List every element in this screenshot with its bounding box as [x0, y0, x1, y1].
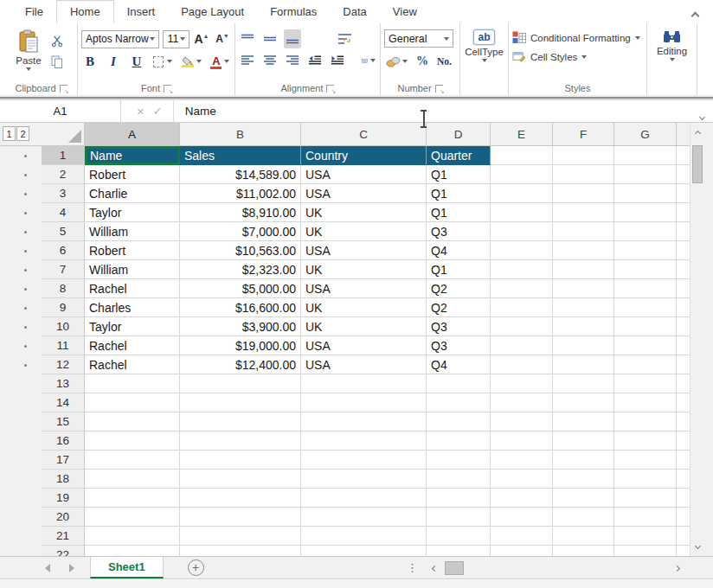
cell-A18[interactable]: [85, 470, 180, 489]
cell-G5[interactable]: [614, 222, 677, 241]
scroll-right-icon[interactable]: [668, 559, 685, 577]
row-header-12[interactable]: 12: [42, 355, 85, 374]
cell-G20[interactable]: [614, 508, 677, 527]
horizontal-scrollbar[interactable]: [426, 559, 689, 577]
cell-B22[interactable]: [180, 546, 301, 556]
cell-C16[interactable]: [301, 431, 427, 451]
cell-E7[interactable]: [491, 260, 553, 279]
cell-D22[interactable]: [427, 546, 491, 556]
align-bottom-button[interactable]: [284, 29, 301, 48]
cell-C17[interactable]: [301, 451, 427, 470]
cell-A12[interactable]: Rachel: [85, 355, 180, 374]
cell-D5[interactable]: Q3: [427, 222, 491, 241]
fill-color-button[interactable]: [180, 52, 202, 71]
confirm-entry-icon[interactable]: ✓: [153, 105, 163, 118]
font-color-button[interactable]: A: [209, 52, 231, 71]
row-header-2[interactable]: 2: [42, 165, 85, 184]
cell-F1[interactable]: [553, 146, 614, 165]
cell-G9[interactable]: [614, 298, 677, 317]
cut-button[interactable]: [48, 31, 66, 50]
borders-button[interactable]: [151, 52, 174, 71]
cell-C18[interactable]: [301, 470, 427, 489]
cell-G12[interactable]: [614, 355, 677, 374]
cell-B5[interactable]: $7,000.00: [180, 222, 301, 241]
cell-F4[interactable]: [553, 203, 614, 222]
cell-B15[interactable]: [180, 412, 301, 431]
column-header-C[interactable]: C: [301, 123, 427, 145]
cell-C7[interactable]: UK: [301, 260, 427, 279]
cell-D8[interactable]: Q2: [427, 279, 491, 298]
cell-E2[interactable]: [491, 165, 553, 184]
cell-E11[interactable]: [491, 336, 553, 355]
tab-data[interactable]: Data: [330, 1, 379, 23]
cell-E14[interactable]: [491, 393, 553, 412]
cell-A22[interactable]: [85, 546, 180, 556]
cell-C15[interactable]: [301, 412, 427, 431]
row-header-4[interactable]: 4: [42, 203, 85, 222]
cell-E15[interactable]: [491, 412, 553, 431]
paste-button[interactable]: Paste: [9, 26, 48, 81]
column-header-A[interactable]: A: [85, 123, 180, 145]
vertical-scrollbar[interactable]: [690, 123, 704, 556]
tab-view[interactable]: View: [380, 1, 430, 23]
cell-A1[interactable]: Name: [85, 146, 180, 165]
cell-C20[interactable]: [301, 508, 427, 527]
cell-F12[interactable]: [553, 355, 614, 374]
cell-A9[interactable]: Charles: [85, 298, 180, 317]
cell-D15[interactable]: [427, 412, 491, 431]
cell-C6[interactable]: USA: [301, 241, 427, 260]
cell-D13[interactable]: [427, 374, 491, 393]
cell-G6[interactable]: [614, 241, 677, 260]
cell-B8[interactable]: $5,000.00: [180, 279, 301, 298]
cell-A11[interactable]: Rachel: [85, 336, 180, 355]
cell-C11[interactable]: USA: [301, 336, 427, 355]
cell-G4[interactable]: [614, 203, 677, 222]
cell-styles-button[interactable]: Cell Styles: [512, 50, 643, 63]
cell-A15[interactable]: [85, 412, 180, 431]
tab-home[interactable]: Home: [56, 0, 114, 23]
cell-G10[interactable]: [614, 317, 677, 336]
cell-G18[interactable]: [614, 470, 677, 489]
row-header-19[interactable]: 19: [42, 489, 85, 508]
cell-B6[interactable]: $10,563.00: [180, 241, 301, 260]
cell-C3[interactable]: USA: [301, 184, 427, 203]
cell-E9[interactable]: [491, 298, 553, 317]
cell-G19[interactable]: [614, 489, 677, 508]
cell-G17[interactable]: [614, 451, 677, 470]
row-header-10[interactable]: 10: [42, 317, 85, 336]
cell-D14[interactable]: [427, 393, 491, 412]
cell-D21[interactable]: [427, 527, 491, 546]
row-header-22[interactable]: 22: [42, 546, 85, 556]
cell-F7[interactable]: [553, 260, 614, 279]
cell-F14[interactable]: [553, 393, 614, 412]
cell-C10[interactable]: UK: [301, 317, 427, 336]
vertical-scroll-thumb[interactable]: [692, 145, 703, 183]
cell-G13[interactable]: [614, 374, 677, 393]
cell-B16[interactable]: [180, 431, 301, 451]
cell-C13[interactable]: [301, 374, 427, 393]
cell-E19[interactable]: [491, 489, 553, 508]
column-header-D[interactable]: D: [427, 123, 491, 145]
column-header-G[interactable]: G: [614, 123, 677, 145]
collapse-ribbon-icon[interactable]: [692, 7, 703, 16]
align-right-button[interactable]: [284, 51, 301, 70]
cell-F3[interactable]: [553, 184, 614, 203]
decrease-indent-button[interactable]: [306, 51, 324, 70]
cell-B12[interactable]: $12,400.00: [180, 355, 301, 374]
cell-G14[interactable]: [614, 393, 677, 412]
row-header-5[interactable]: 5: [42, 222, 85, 241]
cell-F6[interactable]: [553, 241, 614, 260]
cell-B3[interactable]: $11,002.00: [180, 184, 301, 203]
shrink-font-button[interactable]: A▼: [214, 29, 231, 48]
cell-C22[interactable]: [301, 546, 427, 556]
tab-page-layout[interactable]: Page Layout: [168, 1, 257, 23]
column-header-E[interactable]: E: [491, 123, 553, 145]
cell-B14[interactable]: [180, 393, 301, 412]
cell-G7[interactable]: [614, 260, 677, 279]
cell-A10[interactable]: Taylor: [85, 317, 180, 336]
cell-F17[interactable]: [553, 451, 614, 470]
row-header-9[interactable]: 9: [42, 298, 85, 317]
cell-A8[interactable]: Rachel: [85, 279, 180, 298]
cell-E6[interactable]: [491, 241, 553, 260]
conditional-formatting-button[interactable]: Conditional Formatting: [512, 31, 643, 45]
